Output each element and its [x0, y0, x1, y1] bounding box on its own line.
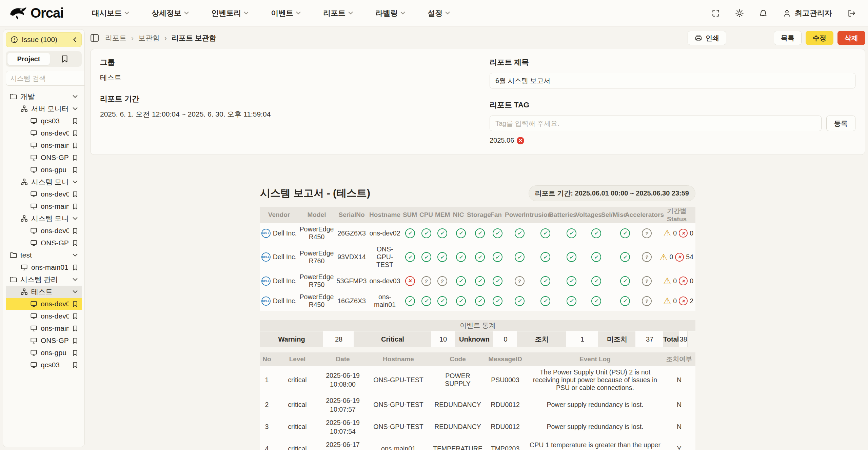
- issue-banner[interactable]: Issue (100): [6, 32, 82, 47]
- tree-item[interactable]: qcs03: [6, 115, 82, 127]
- column-header: CPU: [418, 207, 434, 223]
- delete-button[interactable]: 삭제: [837, 31, 865, 45]
- status-icon: [493, 228, 502, 238]
- status-icon: [456, 252, 466, 262]
- tree-item[interactable]: ons-dev03: [6, 127, 82, 139]
- tree-item[interactable]: 시스템 모니터링-02: [6, 176, 82, 188]
- bookmark-icon[interactable]: [73, 155, 78, 161]
- report-title-input[interactable]: [490, 73, 855, 88]
- status-icon: [540, 228, 550, 238]
- fullscreen-button[interactable]: [711, 9, 720, 18]
- status-icon: [405, 276, 415, 286]
- chevron-down-icon[interactable]: [73, 180, 78, 184]
- bookmark-icon[interactable]: [73, 325, 78, 332]
- status-icon: [515, 276, 525, 286]
- chevron-down-icon[interactable]: [73, 217, 78, 220]
- tree-item[interactable]: qcs03: [6, 359, 82, 371]
- bookmark-icon[interactable]: [73, 313, 78, 320]
- system-search-input[interactable]: [6, 71, 85, 86]
- chevron-down-icon[interactable]: [73, 95, 78, 98]
- tree-item[interactable]: 시스템 관리: [6, 273, 82, 286]
- list-button[interactable]: 목록: [774, 31, 802, 45]
- edit-button[interactable]: 수정: [806, 31, 833, 45]
- tree-item[interactable]: test: [6, 249, 82, 261]
- notifications-button[interactable]: [759, 9, 768, 18]
- brand-logo[interactable]: Orcai: [9, 5, 63, 21]
- bookmark-icon[interactable]: [73, 130, 78, 137]
- event-log-row: 2 critical 2025-06-1910:07:57 ONS-GPU-TE…: [260, 394, 695, 416]
- monitor-icon: [30, 227, 37, 234]
- logout-icon: [847, 9, 856, 18]
- bookmark-icon[interactable]: [73, 240, 78, 246]
- chevron-down-icon[interactable]: [73, 278, 78, 281]
- tag-remove-icon[interactable]: ✕: [517, 137, 524, 144]
- nav-menu-item[interactable]: 상세정보: [152, 8, 189, 18]
- tab-bookmarks[interactable]: [50, 55, 80, 63]
- nav-menu-item[interactable]: 설정: [428, 8, 450, 18]
- tree-item[interactable]: 개발: [6, 90, 82, 103]
- bookmark-icon[interactable]: [73, 350, 78, 356]
- column-header: NIC: [451, 207, 466, 223]
- tree-item[interactable]: ons-gpu: [6, 347, 82, 359]
- bookmark-icon[interactable]: [73, 338, 78, 344]
- user-menu[interactable]: 최고관리자: [783, 8, 832, 18]
- tree-item[interactable]: ons-dev02: [6, 225, 82, 237]
- tree-item[interactable]: ons-dev03: [6, 188, 82, 200]
- column-header: Code: [432, 352, 483, 366]
- event-stat: Total 38: [663, 331, 688, 347]
- tree-item[interactable]: ONS-GPU-TEST: [6, 237, 82, 249]
- tree-item[interactable]: ons-gpu: [6, 164, 82, 176]
- event-table-header: NoLevelDateHostnameCodeMessageIDEvent Lo…: [260, 352, 695, 366]
- tree-item-label: 서버 모니터링-01: [31, 104, 69, 114]
- tag-register-button[interactable]: 등록: [826, 116, 855, 131]
- tree-item[interactable]: ons-main01: [6, 322, 82, 334]
- bookmark-icon: [62, 55, 68, 63]
- tree-item-label: ONS-GPU-TEST: [41, 336, 69, 345]
- breadcrumb-item[interactable]: 리포트: [105, 33, 126, 43]
- monitor-icon: [30, 240, 37, 246]
- panel-toggle-icon[interactable]: [90, 34, 99, 42]
- tab-project[interactable]: Project: [7, 53, 50, 65]
- chevron-down-icon[interactable]: [73, 107, 78, 110]
- tree-item[interactable]: 시스템 모니터링-03: [6, 212, 82, 225]
- event-log-row: 1 critical 2025-06-1910:08:00 ONS-GPU-TE…: [260, 366, 695, 394]
- status-icon: [540, 296, 550, 306]
- nav-menu-item[interactable]: 인벤토리: [211, 8, 249, 18]
- tree-item-label: ons-dev03: [41, 190, 69, 198]
- tree-item[interactable]: 테스트: [6, 286, 82, 298]
- tree-item[interactable]: ONS-GPU-TEST: [6, 334, 82, 347]
- tree-item[interactable]: ONS-GPU-TEST: [6, 151, 82, 164]
- bookmark-icon[interactable]: [73, 362, 78, 368]
- bookmark-icon[interactable]: [73, 191, 78, 198]
- tag-input[interactable]: [490, 116, 822, 131]
- logout-button[interactable]: [847, 9, 856, 18]
- chevron-down-icon[interactable]: [73, 290, 78, 293]
- theme-toggle-button[interactable]: [735, 9, 744, 18]
- monitor-icon: [30, 118, 37, 124]
- status-icon: [567, 228, 576, 238]
- bookmark-icon[interactable]: [73, 167, 78, 173]
- bookmark-icon[interactable]: [73, 264, 78, 271]
- bookmark-icon[interactable]: [73, 203, 78, 210]
- tree-item[interactable]: ons-main01: [6, 200, 82, 212]
- tree-item[interactable]: ons-main01: [6, 139, 82, 151]
- tree-item[interactable]: ons-dev02: [6, 298, 82, 310]
- nav-menu-item[interactable]: 이벤트: [271, 8, 301, 18]
- bookmark-icon[interactable]: [73, 142, 78, 149]
- status-icon: [642, 228, 652, 238]
- folder-icon: [10, 94, 17, 100]
- chevron-left-icon: [73, 37, 77, 43]
- tree-item[interactable]: ons-dev03: [6, 310, 82, 322]
- chevron-down-icon[interactable]: [73, 253, 78, 257]
- nav-menu-item[interactable]: 라벨링: [375, 8, 405, 18]
- nav-menu-item[interactable]: 리포트: [323, 8, 353, 18]
- nav-menu-item[interactable]: 대시보드: [92, 8, 129, 18]
- tree-item-label: 시스템 모니터링-03: [31, 214, 69, 223]
- bookmark-icon[interactable]: [73, 118, 78, 124]
- print-button[interactable]: 인쇄: [688, 31, 726, 45]
- breadcrumb-item[interactable]: 보관함: [131, 33, 160, 43]
- tree-item[interactable]: 서버 모니터링-01: [6, 103, 82, 115]
- bookmark-icon[interactable]: [73, 301, 78, 307]
- tree-item[interactable]: ons-main01: [6, 261, 82, 273]
- bookmark-icon[interactable]: [73, 228, 78, 234]
